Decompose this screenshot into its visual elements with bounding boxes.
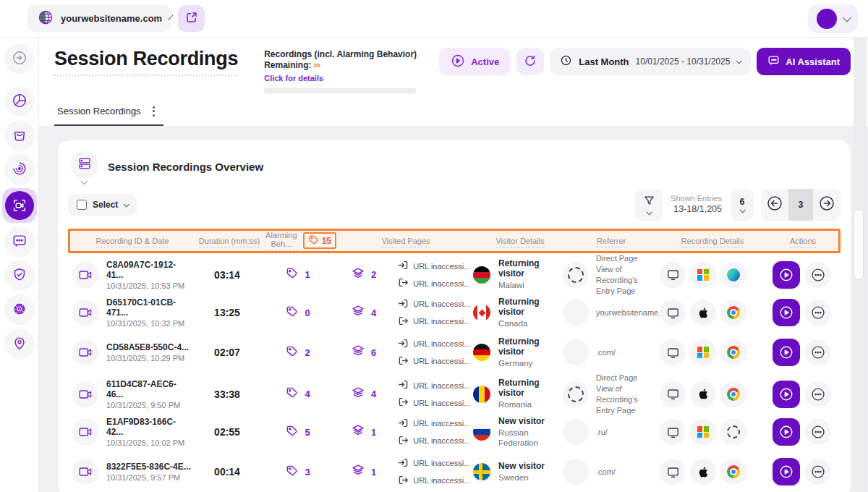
current-page[interactable]: 3 [788, 189, 813, 221]
ai-assistant-button[interactable]: AI Assistant [757, 48, 851, 75]
browser-icon [720, 339, 746, 365]
sidebar-item-visitor-location[interactable] [4, 328, 35, 359]
exit-page-icon [398, 396, 409, 409]
os-icon [690, 262, 716, 288]
referrer-icon [563, 300, 589, 326]
recording-date: 10/31/2025, 10:32 PM [106, 319, 192, 328]
entry-page[interactable]: URL inaccessi... [398, 260, 470, 272]
exit-page[interactable]: URL inaccessi... [398, 396, 470, 409]
visitor-type: New visitor [498, 416, 563, 426]
play-recording-button[interactable] [773, 261, 800, 289]
os-icon [690, 381, 716, 407]
chevron-down-icon [736, 58, 742, 64]
tab-label: Session Recordings [57, 106, 141, 116]
recording-date: 10/31/2025, 10:53 PM [106, 281, 192, 290]
previous-page-button[interactable] [761, 189, 788, 221]
sidebar-item-settings[interactable] [4, 294, 35, 325]
more-options-button[interactable] [805, 262, 831, 288]
tab-menu-icon[interactable] [151, 105, 156, 118]
shopping-bag-icon [12, 127, 27, 145]
exit-page-icon [398, 277, 409, 289]
os-icon [690, 419, 716, 445]
more-options-button[interactable] [805, 339, 831, 365]
play-recording-button[interactable] [773, 418, 800, 446]
recording-id: CD58A5E8-550C-4... [106, 342, 189, 352]
more-options-button[interactable] [805, 419, 831, 445]
sidebar-item-heatmap[interactable] [4, 154, 35, 184]
column-header[interactable]: Recording Details [658, 237, 767, 245]
sidebar-item-feedback[interactable] [4, 226, 35, 257]
click-for-details-link[interactable]: Click for details [264, 74, 323, 82]
desktop-icon [660, 339, 686, 365]
exit-page[interactable]: URL inaccessi... [398, 475, 470, 487]
entry-page[interactable]: URL inaccessi... [398, 338, 470, 350]
header-annotation-highlight: Recording ID & Date Duration (mm:ss) Ala… [68, 229, 841, 253]
alarming-behavior-icon [286, 465, 298, 480]
exit-page-icon [398, 315, 409, 328]
arrow-right-circle-icon [12, 50, 27, 68]
recordings-card: Session Recordings Overview Select [58, 140, 851, 492]
user-menu[interactable] [808, 4, 858, 33]
column-header[interactable]: Visitor Details [475, 237, 565, 245]
select-button[interactable]: Select [68, 194, 137, 216]
open-website-button[interactable] [178, 5, 205, 32]
referrer-text: .ru/ [596, 427, 608, 438]
exit-url: URL inaccessi... [413, 317, 470, 326]
country-flag [473, 386, 490, 403]
active-label: Active [471, 56, 499, 67]
sidebar-item-dashboard[interactable] [4, 86, 35, 116]
shield-check-icon [12, 267, 27, 285]
play-recording-button[interactable] [773, 458, 800, 485]
website-selector[interactable]: yourwebsitename.com [27, 5, 171, 32]
sidebar-collapse-button[interactable] [4, 43, 35, 74]
select-checkbox[interactable] [77, 200, 87, 210]
next-page-button[interactable] [813, 189, 841, 221]
table-view-selector[interactable] [71, 151, 98, 183]
column-header[interactable]: Referrer [565, 237, 658, 245]
play-recording-button[interactable] [773, 339, 800, 366]
camera-icon [72, 381, 98, 407]
recording-duration: 02:55 [192, 426, 262, 438]
exit-page[interactable]: URL inaccessi... [398, 277, 470, 289]
shown-entries-label: Shown Entries [671, 194, 722, 204]
exit-page[interactable]: URL inaccessi... [398, 435, 470, 447]
column-header[interactable]: Recording ID & Date [70, 237, 195, 245]
date-range-picker[interactable]: Last Month 10/01/2025 - 10/31/2025 [550, 48, 751, 75]
more-options-button[interactable] [805, 300, 831, 326]
entry-page[interactable]: URL inaccessi... [398, 417, 470, 430]
alarming-count: 3 [305, 467, 310, 478]
page-scrollbar[interactable] [854, 38, 867, 492]
table-row: CD58A5E8-550C-4... 10/31/2025, 10:29 PM … [68, 333, 841, 373]
exit-page[interactable]: URL inaccessi... [398, 315, 470, 328]
alarming-count: 4 [305, 389, 310, 399]
active-filter-button[interactable]: Active [439, 48, 511, 75]
exit-page[interactable]: URL inaccessi... [398, 355, 470, 368]
entry-url: URL inaccessi... [413, 459, 470, 467]
os-icon [690, 339, 716, 365]
entry-page[interactable]: URL inaccessi... [398, 379, 470, 391]
sidebar-item-session-recordings[interactable] [2, 188, 37, 223]
scrollbar-thumb[interactable] [854, 209, 864, 280]
play-recording-button[interactable] [773, 299, 800, 326]
column-header[interactable]: Duration (mm:ss) [195, 237, 264, 245]
tab-session-recordings[interactable]: Session Recordings [54, 105, 163, 126]
play-recording-button[interactable] [773, 381, 800, 408]
entry-page-icon [398, 298, 409, 310]
more-options-button[interactable] [805, 459, 831, 485]
page-size-selector[interactable]: 6 [731, 189, 754, 221]
more-options-button[interactable] [805, 381, 831, 407]
column-header[interactable]: Actions [767, 237, 838, 245]
column-header[interactable]: Visited Pages [336, 237, 475, 245]
column-header-alarming[interactable]: Alarming Beh... 15 [264, 231, 336, 250]
entry-page[interactable]: URL inaccessi... [398, 298, 470, 310]
gear-icon [12, 301, 27, 319]
sidebar-item-security[interactable] [4, 260, 35, 291]
entry-page[interactable]: URL inaccessi... [398, 457, 470, 470]
camera-icon [72, 300, 98, 326]
sidebar-item-orders[interactable] [4, 120, 35, 150]
filter-button[interactable] [634, 189, 663, 221]
entry-page-icon [398, 417, 409, 430]
alarming-count: 0 [305, 308, 310, 318]
alarming-behavior-icon [286, 267, 298, 282]
refresh-button[interactable] [516, 48, 544, 75]
